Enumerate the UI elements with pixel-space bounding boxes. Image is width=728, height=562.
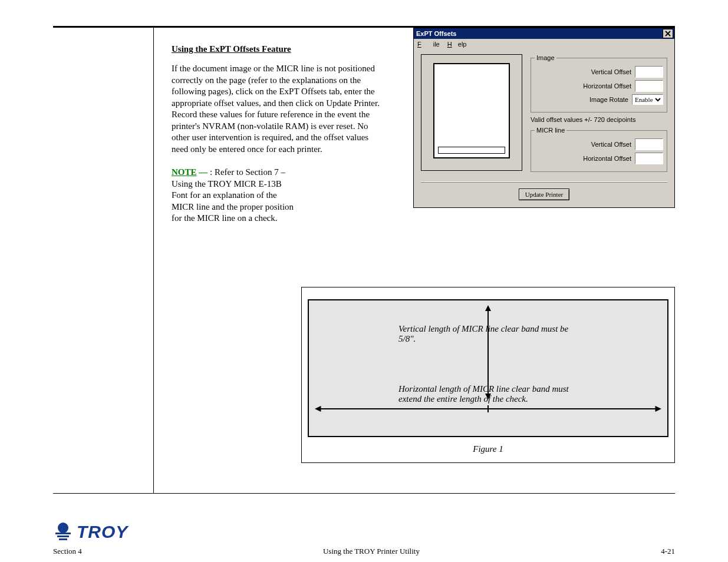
svg-rect-8 (55, 533, 71, 534)
image-rotate-label: Image Rotate (589, 96, 628, 103)
image-rotate-select[interactable]: Enable (632, 94, 663, 105)
titlebar: ExPT Offsets (414, 28, 674, 39)
logo-icon (53, 522, 73, 542)
sidebar-spacer (53, 28, 154, 493)
svg-marker-5 (655, 406, 662, 412)
micr-horz-label: Horizontal Offset (583, 155, 631, 162)
image-horz-input[interactable] (635, 80, 663, 92)
image-vert-input[interactable] (635, 66, 663, 78)
image-vert-label: Vertical Offset (591, 68, 631, 75)
brand-logo: TROY (53, 522, 128, 542)
group-image-legend: Image (535, 54, 556, 61)
image-horz-label: Horizontal Offset (583, 82, 631, 90)
note-dash: — (197, 167, 210, 177)
menu-file[interactable]: File (417, 41, 440, 48)
figure-vert-label: Vertical length of MICR line clear band … (398, 324, 578, 344)
svg-rect-9 (57, 535, 69, 537)
offset-hint: Valid offset values +/- 720 decipoints (531, 116, 667, 123)
preview-micr-bar (438, 147, 505, 154)
page-footer: Section 4 Using the TROY Printer Utility… (53, 547, 675, 556)
page-preview (421, 54, 522, 171)
arrow-horizontal-icon (315, 404, 661, 414)
micr-vert-label: Vertical Offset (591, 141, 631, 148)
figure-caption: Figure 1 (308, 444, 668, 454)
svg-marker-4 (315, 406, 321, 412)
close-icon[interactable] (663, 29, 673, 38)
dialog-title: ExPT Offsets (416, 28, 456, 39)
note-label: NOTE (172, 167, 197, 177)
footer-pagenum: 4-21 (661, 547, 675, 556)
svg-point-7 (58, 523, 68, 533)
section-paragraph: If the document image or the MICR line i… (172, 63, 384, 155)
figure-container: Vertical length of MICR line clear band … (301, 287, 675, 463)
micr-horz-input[interactable] (635, 153, 663, 164)
footer-center: Using the TROY Printer Utility (323, 547, 420, 556)
micr-vert-input[interactable] (635, 138, 663, 150)
brand-text: TROY (77, 522, 128, 542)
group-micr-legend: MICR line (535, 127, 566, 134)
menu-help[interactable]: Help (447, 41, 467, 48)
svg-rect-10 (59, 538, 67, 540)
figure-horz-label: Horizontal length of MICR line clear ban… (398, 384, 578, 404)
group-image: Image Vertical Offset Horizontal Offset (531, 54, 667, 113)
svg-marker-1 (485, 305, 491, 311)
footer-left: Section 4 (53, 547, 82, 556)
expt-offsets-dialog: ExPT Offsets File Help (413, 28, 675, 208)
note-block: NOTE — : Refer to Section 7 – Using the … (172, 167, 294, 224)
figure-diagram: Vertical length of MICR line clear band … (308, 299, 668, 437)
group-micr: MICR line Vertical Offset Horizontal Off… (531, 127, 667, 172)
menubar: File Help (414, 39, 674, 49)
update-printer-button[interactable]: Update Printer (519, 189, 569, 200)
